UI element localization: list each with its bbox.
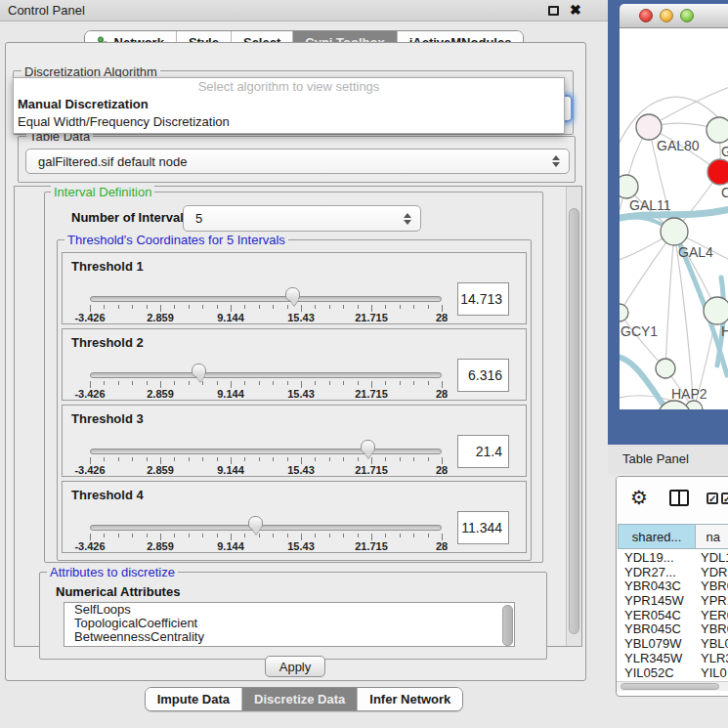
- cell-shared-name: YER054C: [624, 608, 681, 622]
- slider-tick: [90, 534, 91, 540]
- table-row[interactable]: YPR145WYPR1: [617, 593, 728, 608]
- scrollbar-thumb[interactable]: [621, 683, 719, 690]
- slider-track[interactable]: [90, 372, 442, 378]
- attribute-item-betweennesscentrality[interactable]: BetweennessCentrality: [64, 630, 514, 644]
- slider-tick: [104, 381, 105, 385]
- slider-tick: [217, 457, 218, 461]
- network-window-titlebar[interactable]: [620, 4, 728, 28]
- slider-tick: [343, 305, 344, 309]
- table-row[interactable]: YLR345WYLR3: [617, 651, 728, 665]
- cell-shared-name: YBL079W: [624, 636, 682, 651]
- apply-button[interactable]: Apply: [265, 656, 325, 677]
- column-layout-icon[interactable]: [669, 490, 689, 506]
- network-node-h[interactable]: [704, 297, 728, 324]
- node-label-hap2: HAP2: [671, 386, 707, 402]
- slider-tick: [90, 381, 91, 388]
- slider-tick: [287, 305, 288, 309]
- attributes-group-title: Attributes to discretize: [47, 565, 178, 579]
- vertical-scrollbar[interactable]: [566, 187, 581, 646]
- table-row[interactable]: YBL079WYBL0: [617, 636, 728, 651]
- zoom-traffic-light[interactable]: [680, 9, 694, 22]
- network-node-gal80[interactable]: [636, 114, 662, 140]
- slider-tick: [174, 534, 175, 537]
- column-header-name[interactable]: na: [696, 524, 728, 549]
- slider-tick: [160, 457, 161, 464]
- threshold-label: Threshold 1: [71, 259, 144, 274]
- dropdown-option-equalwidth[interactable]: Equal Width/Frequency Discretization: [14, 113, 564, 131]
- close-traffic-light[interactable]: [639, 9, 653, 22]
- slider-tick-label: 2.859: [131, 540, 190, 552]
- slider-thumb[interactable]: [248, 516, 263, 530]
- gear-icon[interactable]: ⚙: [630, 486, 648, 509]
- table-row[interactable]: YBR043CYBR0: [617, 578, 728, 593]
- cell-name: YDR2: [701, 565, 728, 579]
- node-label-ga: GA: [721, 144, 728, 159]
- slider-tick: [217, 305, 218, 309]
- float-window-icon[interactable]: [548, 6, 559, 16]
- slider-tick: [371, 457, 372, 464]
- slider-track[interactable]: [90, 525, 442, 531]
- close-icon[interactable]: ✖: [570, 2, 581, 18]
- horizontal-scrollbar[interactable]: [617, 681, 728, 691]
- cell-shared-name: YPR145W: [624, 593, 684, 608]
- slider-track[interactable]: [90, 449, 442, 454]
- algorithm-dropdown-list: Select algorithm to view settings Manual…: [13, 77, 565, 134]
- table-row[interactable]: YER054CYER0: [617, 608, 728, 622]
- numerical-attributes-list[interactable]: SelfLoopsTopologicalCoefficientBetweenne…: [64, 602, 515, 647]
- slider-tick: [118, 534, 119, 537]
- threshold-value-field[interactable]: 21.4: [457, 435, 509, 468]
- network-view-canvas[interactable]: GAL80GACGAL11GAL4GCY1HHAP2: [620, 28, 728, 409]
- scrollbar-thumb[interactable]: [569, 208, 579, 634]
- combo-stepper-icon: [404, 213, 411, 225]
- dropdown-option-manual[interactable]: Manual Discretization: [14, 96, 564, 113]
- table-row[interactable]: YDR27...YDR2: [617, 565, 728, 579]
- table-row[interactable]: YBR045CYBR0: [617, 621, 728, 636]
- network-node-hap2[interactable]: [656, 359, 675, 378]
- tab-infer-network[interactable]: Infer Network: [357, 688, 462, 710]
- cell-shared-name: YBR043C: [624, 578, 681, 593]
- dropdown-option-placeholder[interactable]: Select algorithm to view settings: [14, 78, 564, 96]
- attribute-item-selfloops[interactable]: SelfLoops: [64, 603, 514, 617]
- slider-tick: [259, 305, 260, 309]
- slider-tick: [329, 381, 330, 385]
- threshold-label: Threshold 4: [71, 488, 144, 502]
- table-rows: YDL19...YDL1YDR27...YDR2YBR043CYBR0YPR14…: [617, 550, 728, 679]
- slider-track[interactable]: [90, 296, 442, 302]
- slider-tick: [400, 305, 401, 309]
- tab-discretize-data[interactable]: Discretize Data: [241, 688, 357, 710]
- network-node-gal11[interactable]: [620, 175, 638, 198]
- list-scrollbar-thumb[interactable]: [502, 605, 513, 646]
- tab-impute-data[interactable]: Impute Data: [146, 688, 241, 710]
- slider-tick: [174, 305, 175, 309]
- column-header-shared-name[interactable]: shared...: [618, 524, 696, 549]
- table-data-combobox[interactable]: galFiltered.sif default node: [25, 149, 570, 174]
- slider-tick-label: -3.426: [61, 388, 119, 400]
- checkbox-icon[interactable]: ✓: [707, 492, 718, 504]
- slider-thumb[interactable]: [192, 364, 206, 377]
- attribute-item-topologicalcoefficient[interactable]: TopologicalCoefficient: [64, 617, 514, 630]
- slider-tick: [174, 457, 175, 461]
- cell-shared-name: YBR045C: [624, 621, 681, 636]
- network-node-gcy1[interactable]: [620, 304, 628, 321]
- slider-thumb[interactable]: [361, 440, 375, 453]
- minimize-traffic-light[interactable]: [660, 9, 673, 22]
- threshold-value-field[interactable]: 11.344: [457, 511, 509, 544]
- slider-tick: [147, 457, 148, 461]
- tab-label: Infer Network: [369, 692, 450, 707]
- slider-tick-label: 9.144: [201, 540, 260, 552]
- tab-label: Impute Data: [157, 692, 230, 707]
- node-label-c: C: [721, 185, 728, 200]
- slider-tick: [287, 457, 288, 461]
- slider-tick: [104, 534, 105, 537]
- checkbox-icon[interactable]: ✓: [721, 492, 728, 504]
- network-node-ga[interactable]: [707, 117, 728, 143]
- table-row[interactable]: YIL052CYIL0: [617, 665, 728, 680]
- slider-tick-label: 9.144: [201, 464, 260, 476]
- network-node-gal4[interactable]: [661, 218, 688, 245]
- table-row[interactable]: YDL19...YDL1: [617, 550, 728, 565]
- threshold-value-field[interactable]: 6.316: [457, 359, 509, 392]
- number-of-intervals-combobox[interactable]: 5: [183, 205, 421, 232]
- threshold-value-field[interactable]: 14.713: [457, 282, 509, 316]
- network-node-c[interactable]: [707, 159, 728, 185]
- slider-thumb[interactable]: [285, 287, 300, 301]
